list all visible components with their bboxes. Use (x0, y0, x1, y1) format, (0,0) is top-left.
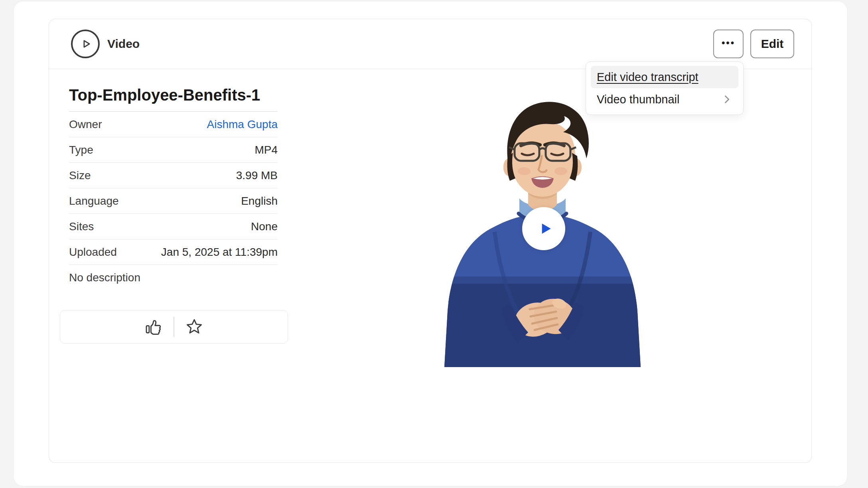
table-row-type: Type MP4 (69, 137, 278, 163)
video-play-circle-icon (71, 30, 100, 58)
menu-item-edit-video-transcript[interactable]: Edit video transcript (591, 66, 738, 88)
row-value: 3.99 MB (236, 169, 278, 182)
row-label: Size (69, 169, 91, 182)
table-row-sites: Sites None (69, 214, 278, 239)
menu-item-video-thumbnail[interactable]: Video thumbnail (591, 88, 738, 111)
thumbs-up-icon[interactable] (144, 317, 163, 336)
table-row-uploaded: Uploaded Jan 5, 2025 at 11:39pm (69, 239, 278, 265)
feedback-divider (174, 317, 174, 337)
row-label: Uploaded (69, 246, 117, 259)
row-label: Sites (69, 220, 94, 233)
row-label: Owner (69, 118, 102, 131)
file-title: Top-Employee-Benefits-1 (69, 86, 260, 104)
row-value: None (251, 220, 278, 233)
table-row-owner: Owner Aishma Gupta (69, 112, 278, 137)
details-table: Owner Aishma Gupta Type MP4 Size 3.99 MB… (69, 111, 278, 290)
menu-item-label: Edit video transcript (597, 71, 698, 84)
owner-link[interactable]: Aishma Gupta (207, 118, 278, 131)
row-label: Type (69, 144, 93, 156)
edit-button[interactable]: Edit (750, 30, 794, 58)
table-row-language: Language English (69, 188, 278, 214)
chevron-right-icon (721, 94, 732, 105)
more-options-menu: Edit video transcript Video thumbnail (586, 61, 744, 115)
section-title: Video (107, 37, 140, 51)
header-actions: ••• Edit (713, 30, 794, 58)
table-row-size: Size 3.99 MB (69, 163, 278, 188)
feedback-bar (60, 310, 288, 344)
play-button[interactable] (522, 207, 565, 250)
row-value: MP4 (254, 144, 278, 156)
description-placeholder: No description (69, 265, 278, 290)
play-icon (537, 220, 554, 237)
screenshot-stage: Video ••• Edit Top-Employee-Benefits-1 O… (0, 0, 868, 488)
star-icon[interactable] (185, 317, 204, 336)
row-value: Jan 5, 2025 at 11:39pm (161, 246, 278, 259)
more-options-button[interactable]: ••• (713, 30, 744, 58)
row-value: English (241, 195, 278, 207)
menu-item-label: Video thumbnail (597, 93, 679, 106)
row-label: Language (69, 195, 119, 207)
